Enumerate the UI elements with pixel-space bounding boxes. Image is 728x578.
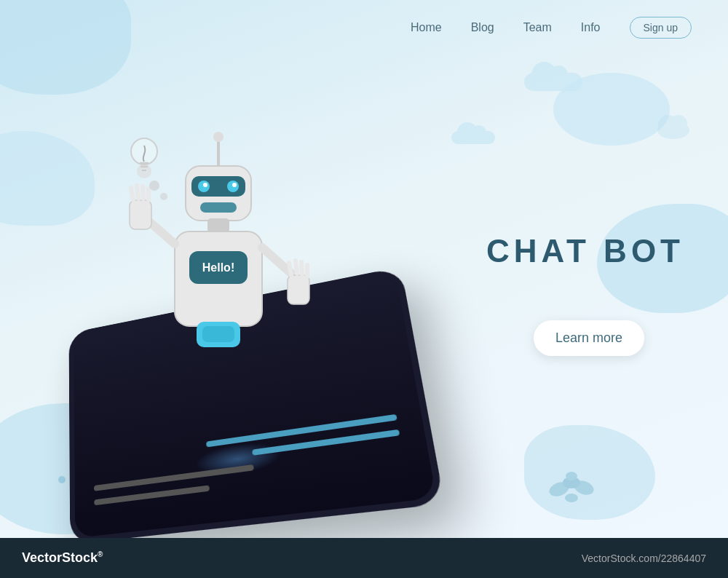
svg-line-34 xyxy=(296,261,297,274)
svg-point-13 xyxy=(213,132,223,142)
svg-point-4 xyxy=(565,494,578,502)
svg-point-19 xyxy=(232,183,237,187)
svg-line-35 xyxy=(301,262,302,275)
svg-line-29 xyxy=(143,186,143,199)
footer-url: VectorStock.com/22864407 xyxy=(582,553,706,564)
cloud-decoration xyxy=(524,73,582,91)
nav-team[interactable]: Team xyxy=(523,21,552,34)
nav-info[interactable]: Info xyxy=(581,21,601,34)
cloud-shape xyxy=(655,112,692,141)
svg-rect-26 xyxy=(130,200,151,229)
svg-rect-20 xyxy=(200,202,237,213)
nav-home[interactable]: Home xyxy=(411,21,442,34)
plant-decoration xyxy=(546,465,597,505)
chat-lines xyxy=(93,414,407,514)
footer: VectorStock® VectorStock.com/22864407 xyxy=(0,538,728,578)
svg-point-39 xyxy=(160,193,167,200)
footer-brand: VectorStock® xyxy=(22,550,103,566)
nav-blog[interactable]: Blog xyxy=(471,21,494,34)
robot-svg: Hello! xyxy=(116,131,320,408)
svg-point-11 xyxy=(670,115,687,132)
svg-point-18 xyxy=(203,183,207,187)
signup-button[interactable]: Sign up xyxy=(630,17,692,39)
svg-rect-38 xyxy=(202,326,234,342)
svg-rect-32 xyxy=(288,275,309,304)
svg-line-33 xyxy=(289,263,291,275)
svg-text:Hello!: Hello! xyxy=(202,261,234,274)
learn-more-button[interactable]: Learn more xyxy=(534,320,644,356)
svg-point-8 xyxy=(566,472,577,480)
navbar: Home Blog Team Info Sign up xyxy=(0,0,728,55)
chat-line xyxy=(94,464,254,491)
robot-illustration: Hello! xyxy=(116,131,320,408)
svg-point-40 xyxy=(149,181,159,191)
hero-container: Hello! xyxy=(15,44,466,539)
chatbot-title: CHAT BOT xyxy=(486,233,684,269)
svg-line-27 xyxy=(131,188,133,200)
svg-line-28 xyxy=(137,186,138,199)
